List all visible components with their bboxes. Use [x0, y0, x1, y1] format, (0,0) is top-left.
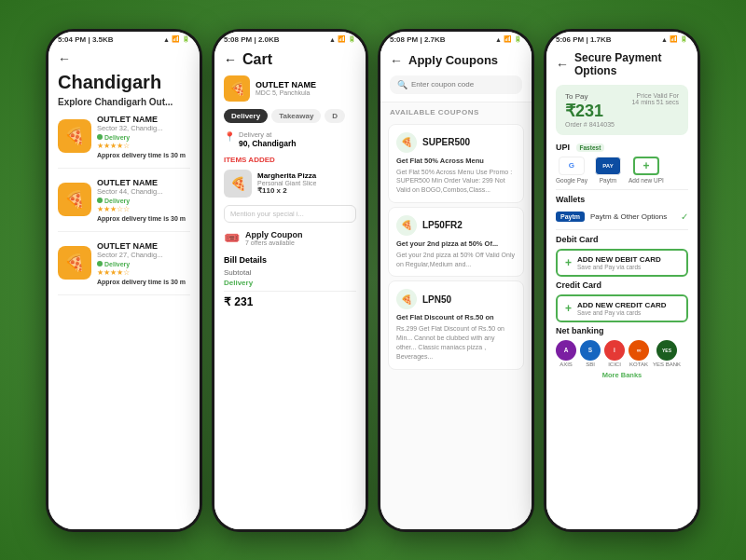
- paytm-wallet-icon: Paytm: [556, 212, 585, 222]
- approx-time-3: Approx delivery time is 30 m: [97, 279, 190, 285]
- coupon-logo-3: 🍕: [396, 289, 417, 309]
- yes-icon: YES: [656, 340, 677, 361]
- cart-tabs: Delivery Takeaway D: [224, 109, 356, 123]
- coupon-card-3[interactable]: 🍕 LPN50 Get Flat Discount of Rs.50 on Rs…: [388, 280, 524, 369]
- back-arrow-2[interactable]: ←: [224, 52, 237, 67]
- outlet-info-1: OUTLET NAME Sector 32, Chandig... Delive…: [97, 115, 190, 158]
- add-debit-plus: +: [565, 256, 572, 269]
- coupon-header-row: ← Apply Coupons: [390, 53, 522, 68]
- bank-kotak[interactable]: ∞ KOTAK: [629, 340, 649, 367]
- add-debit-btn[interactable]: + ADD NEW DEBIT CARD Save and Pay via ca…: [556, 249, 688, 277]
- netbanking-section-title: Net banking: [556, 326, 688, 335]
- coupon-card-2-header: 🍕 LP50FR2: [396, 215, 516, 236]
- sbi-icon: S: [580, 340, 601, 361]
- phone-payment: 5:06 PM | 1.7KB ▲📶🔋 ← Secure Payment Opt…: [544, 29, 700, 532]
- back-arrow-3[interactable]: ←: [390, 53, 403, 68]
- icici-icon: i: [604, 340, 625, 361]
- status-bar-2: 5:08 PM | 2.0KB ▲📶🔋: [214, 32, 366, 46]
- add-credit-btn[interactable]: + ADD NEW CREDIT CARD Save and Pay via c…: [556, 294, 688, 322]
- divider-2: [556, 229, 688, 230]
- section-title: Explore Chandigarh Out...: [58, 97, 190, 107]
- status-bar-1: 5:04 PM | 3.5KB ▲📶🔋: [48, 32, 200, 46]
- coupon-header: ← Apply Coupons 🔍: [380, 46, 532, 102]
- divider-1: [556, 189, 688, 190]
- outlet-item-1[interactable]: 🍕 OUTLET NAME Sector 32, Chandig... Deli…: [58, 115, 190, 169]
- upi-add-new[interactable]: + Add new UPI: [629, 157, 664, 184]
- approx-time-2: Approx delivery time is 30 m: [97, 215, 190, 222]
- chandigarh-screen: ← Chandigarh Explore Chandigarh Out... 🍕…: [48, 46, 200, 529]
- axis-icon: A: [556, 340, 576, 361]
- bill-delivery: Delivery: [224, 279, 356, 287]
- cart-outlet-top: 🍕 OUTLET NAME MDC 5, Panchkula: [224, 75, 356, 102]
- coupon-card-1-header: 🍕 SUPER500: [396, 132, 516, 153]
- city-title: Chandigarh: [58, 72, 190, 93]
- add-upi-icon: +: [633, 157, 659, 175]
- outlet-item-2[interactable]: 🍕 OUTLET NAME Sector 44, Chandig... Deli…: [58, 178, 190, 232]
- cart-outlet-img: 🍕: [224, 75, 250, 102]
- outlet-image-1: 🍕: [58, 119, 91, 153]
- status-bar-4: 5:06 PM | 1.7KB ▲📶🔋: [546, 32, 698, 46]
- items-added-label: ITEMS ADDED: [224, 156, 356, 164]
- cart-screen: ← Cart 🍕 OUTLET NAME MDC 5, Panchkula De…: [214, 46, 366, 529]
- upi-options: G Google Pay PAY Paytm + Add new UPI: [556, 157, 688, 184]
- coupon-logo-2: 🍕: [396, 215, 417, 236]
- add-credit-info: ADD NEW CREDIT CARD Save and Pay via car…: [577, 301, 667, 316]
- bill-section: Bill Details Subtotal Delivery ₹ 231: [224, 255, 356, 308]
- cart-item-info: Margherita Pizza Personal Giant Slice ₹1…: [257, 171, 316, 195]
- credit-section-title: Credit Card: [556, 280, 688, 290]
- special-mention[interactable]: Mention your special i...: [224, 205, 356, 223]
- signal-icons-2: ▲📶🔋: [329, 35, 356, 43]
- coupon-search-box[interactable]: 🔍: [390, 75, 522, 94]
- approx-time-1: Approx delivery time is 30 m: [97, 152, 190, 158]
- outlet-info-2: OUTLET NAME Sector 44, Chandig... Delive…: [97, 178, 190, 222]
- delivery-location: 📍 Delivery at 90, Chandigarh: [224, 130, 356, 148]
- outlet-item-3[interactable]: 🍕 OUTLET NAME Sector 27, Chandig... Deli…: [58, 241, 190, 295]
- outlet-info-3: OUTLET NAME Sector 27, Chandig... Delive…: [97, 241, 190, 285]
- debit-section-title: Debit Card: [556, 235, 688, 244]
- cart-item-1: 🍕 Margherita Pizza Personal Giant Slice …: [224, 170, 356, 198]
- phone-cart: 5:08 PM | 2.0KB ▲📶🔋 ← Cart 🍕 OUTLET NAME…: [212, 29, 368, 532]
- upi-paytm[interactable]: PAY Paytm: [595, 157, 621, 184]
- cart-outlet-info: OUTLET NAME MDC 5, Panchkula: [256, 80, 316, 96]
- payment-screen: ← Secure Payment Options To Pay ₹231 Ord…: [546, 46, 698, 529]
- bill-subtotal: Subtotal: [224, 268, 356, 277]
- apply-coupon-row[interactable]: 🎟️ Apply Coupon 7 offers available: [224, 230, 356, 246]
- back-arrow-4[interactable]: ←: [556, 57, 569, 72]
- paytm-icon: PAY: [595, 157, 621, 175]
- bank-axis[interactable]: A AXIS: [556, 340, 576, 367]
- delivery-badge-1: Delivery: [97, 134, 190, 141]
- coupon-card-2[interactable]: 🍕 LP50FR2 Get your 2nd pizza at 50% Of..…: [388, 207, 524, 278]
- upi-gpay[interactable]: G Google Pay: [556, 157, 587, 184]
- to-pay-amount: ₹231: [565, 101, 615, 121]
- location-icon: 📍: [224, 131, 235, 142]
- add-credit-plus: +: [565, 302, 572, 315]
- delivery-badge-2: Delivery: [97, 198, 190, 204]
- netbanking-icons: A AXIS S SBI i ICICI ∞ KOTAK: [556, 340, 688, 367]
- phone-coupons: 5:08 PM | 2.7KB ▲📶🔋 ← Apply Coupons 🔍: [378, 29, 534, 532]
- bill-total: ₹ 231: [224, 291, 356, 308]
- back-arrow-1[interactable]: ←: [58, 51, 190, 66]
- signal-icons-3: ▲📶🔋: [495, 35, 522, 43]
- available-coupons-label: AVAILABLE COUPONS: [380, 102, 532, 120]
- tab-d[interactable]: D: [325, 109, 345, 123]
- coupon-card-1[interactable]: 🍕 SUPER500 Get Flat 50% Across Menu Get …: [388, 124, 524, 203]
- bank-yes[interactable]: YES YES BANK: [653, 340, 681, 367]
- signal-icons-4: ▲📶🔋: [661, 35, 688, 43]
- coupon-card-3-header: 🍕 LPN50: [396, 289, 516, 309]
- add-debit-info: ADD NEW DEBIT CARD Save and Pay via card…: [577, 255, 661, 270]
- bank-sbi[interactable]: S SBI: [580, 340, 601, 367]
- coupon-input[interactable]: [411, 80, 515, 89]
- bank-icici[interactable]: i ICICI: [604, 340, 625, 367]
- gpay-icon: G: [559, 157, 585, 175]
- cart-item-img: 🍕: [224, 170, 252, 198]
- wallet-row[interactable]: Paytm Paytm & Other Options ✓: [556, 209, 688, 225]
- tab-delivery[interactable]: Delivery: [224, 109, 268, 123]
- more-banks-btn[interactable]: More Banks: [556, 371, 688, 379]
- payment-header: ← Secure Payment Options: [556, 51, 688, 77]
- status-bar-3: 5:08 PM | 2.7KB ▲📶🔋: [380, 32, 532, 46]
- coupon-logo-1: 🍕: [396, 132, 417, 153]
- tab-takeaway[interactable]: Takeaway: [271, 109, 321, 123]
- to-pay-label: To Pay: [565, 92, 615, 101]
- validity-text: Price Valid For 14 mins 51 secs: [631, 92, 679, 105]
- wallets-section-title: Wallets: [556, 195, 688, 204]
